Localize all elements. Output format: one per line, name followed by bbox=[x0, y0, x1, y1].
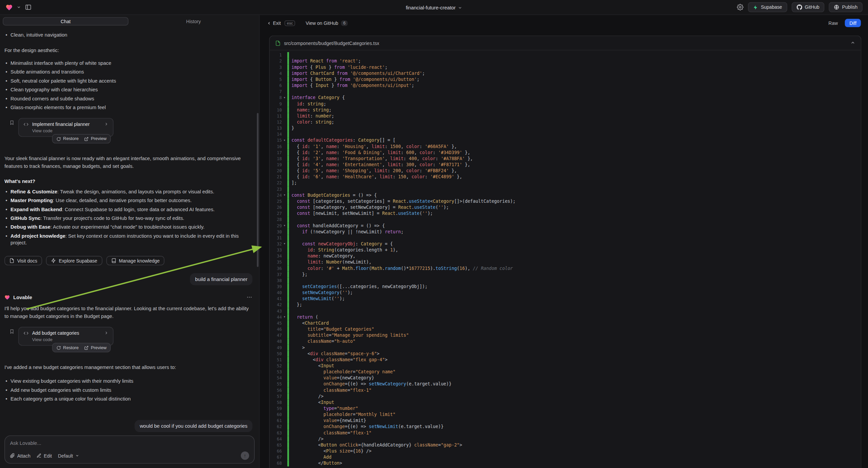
fold-chevron-icon[interactable]: ▾ bbox=[282, 314, 287, 320]
fold-chevron-icon[interactable] bbox=[282, 454, 287, 460]
fold-chevron-icon[interactable] bbox=[282, 101, 287, 107]
explore-supabase-button[interactable]: Explore Supabase bbox=[46, 256, 102, 265]
fold-chevron-icon[interactable] bbox=[282, 272, 287, 277]
fold-chevron-icon[interactable]: ▾ bbox=[282, 193, 287, 198]
view-code-label[interactable]: View code bbox=[32, 128, 109, 134]
fold-chevron-icon[interactable] bbox=[282, 284, 287, 290]
settings-button[interactable] bbox=[737, 4, 744, 11]
fold-chevron-icon[interactable] bbox=[282, 180, 287, 186]
fold-chevron-icon[interactable] bbox=[282, 302, 287, 308]
chat-message-list[interactable]: Clean, intuitive navigation For the desi… bbox=[0, 27, 259, 432]
fold-chevron-icon[interactable] bbox=[282, 442, 287, 448]
github-button[interactable]: GitHub bbox=[792, 2, 825, 12]
fold-chevron-icon[interactable] bbox=[282, 83, 287, 89]
fold-chevron-icon[interactable] bbox=[282, 296, 287, 302]
diff-button[interactable]: Diff bbox=[845, 19, 861, 27]
fold-chevron-icon[interactable] bbox=[282, 162, 287, 168]
fold-chevron-icon[interactable] bbox=[282, 448, 287, 454]
fold-chevron-icon[interactable] bbox=[282, 186, 287, 192]
fold-chevron-icon[interactable] bbox=[282, 174, 287, 180]
restore-button[interactable]: Restore bbox=[56, 345, 79, 350]
fold-chevron-icon[interactable] bbox=[282, 400, 287, 406]
fold-chevron-icon[interactable] bbox=[282, 326, 287, 332]
fold-chevron-icon[interactable]: ▾ bbox=[282, 223, 287, 229]
tab-history[interactable]: History bbox=[130, 17, 256, 26]
fold-chevron-icon[interactable] bbox=[282, 290, 287, 296]
fold-chevron-icon[interactable] bbox=[282, 387, 287, 393]
fold-chevron-icon[interactable] bbox=[282, 253, 287, 259]
fold-chevron-icon[interactable] bbox=[282, 198, 287, 204]
fold-chevron-icon[interactable]: ▾ bbox=[282, 241, 287, 247]
fold-chevron-icon[interactable] bbox=[282, 363, 287, 369]
fold-chevron-icon[interactable] bbox=[282, 77, 287, 83]
restore-button[interactable]: Restore bbox=[56, 136, 79, 141]
fold-chevron-icon[interactable] bbox=[282, 265, 287, 271]
tab-chat[interactable]: Chat bbox=[3, 17, 128, 26]
fold-chevron-icon[interactable] bbox=[282, 430, 287, 436]
fold-chevron-icon[interactable] bbox=[282, 89, 287, 95]
fold-chevron-icon[interactable] bbox=[282, 357, 287, 363]
fold-chevron-icon[interactable] bbox=[282, 412, 287, 418]
fold-chevron-icon[interactable] bbox=[282, 332, 287, 339]
fold-chevron-icon[interactable] bbox=[282, 393, 287, 400]
fold-chevron-icon[interactable] bbox=[282, 216, 287, 223]
fold-chevron-icon[interactable] bbox=[282, 156, 287, 162]
lovable-logo[interactable] bbox=[6, 4, 13, 11]
bookmark-icon[interactable] bbox=[9, 328, 14, 334]
fold-chevron-icon[interactable] bbox=[282, 381, 287, 387]
fold-chevron-icon[interactable] bbox=[282, 210, 287, 216]
fold-chevron-icon[interactable] bbox=[282, 339, 287, 345]
file-header[interactable]: src/components/budget/BudgetCategories.t… bbox=[270, 36, 861, 50]
fold-chevron-icon[interactable] bbox=[282, 436, 287, 442]
fold-chevron-icon[interactable]: ▾ bbox=[282, 95, 287, 101]
fold-chevron-icon[interactable] bbox=[282, 150, 287, 156]
fold-chevron-icon[interactable] bbox=[282, 119, 287, 125]
publish-button[interactable]: Publish bbox=[829, 2, 862, 12]
fold-chevron-icon[interactable] bbox=[282, 131, 287, 137]
fold-chevron-icon[interactable] bbox=[282, 58, 287, 64]
collapse-file-button[interactable] bbox=[850, 40, 855, 45]
message-menu-button[interactable] bbox=[246, 294, 252, 300]
visit-docs-button[interactable]: Visit docs bbox=[4, 256, 42, 265]
fold-chevron-icon[interactable]: ▾ bbox=[282, 137, 287, 143]
fold-chevron-icon[interactable] bbox=[282, 320, 287, 326]
bookmark-icon[interactable] bbox=[9, 119, 14, 125]
fold-chevron-icon[interactable] bbox=[282, 113, 287, 119]
fold-chevron-icon[interactable] bbox=[282, 424, 287, 430]
fold-chevron-icon[interactable] bbox=[282, 235, 287, 241]
fold-chevron-icon[interactable] bbox=[282, 369, 287, 375]
fold-chevron-icon[interactable] bbox=[282, 247, 287, 253]
manage-knowledge-button[interactable]: Manage knowledge bbox=[106, 256, 164, 265]
sidebar-toggle-button[interactable] bbox=[25, 4, 32, 11]
attach-button[interactable]: Attach bbox=[10, 453, 31, 459]
edit-button[interactable]: Edit bbox=[37, 453, 52, 459]
fold-chevron-icon[interactable] bbox=[282, 143, 287, 149]
fold-chevron-icon[interactable] bbox=[282, 125, 287, 131]
chat-scrollbar-thumb[interactable] bbox=[257, 113, 258, 267]
fold-chevron-icon[interactable] bbox=[282, 52, 287, 58]
send-button[interactable]: ↑ bbox=[241, 451, 249, 460]
fold-chevron-icon[interactable] bbox=[282, 418, 287, 424]
preview-button[interactable]: Preview bbox=[84, 136, 107, 141]
fold-chevron-icon[interactable] bbox=[282, 277, 287, 284]
fold-chevron-icon[interactable] bbox=[282, 351, 287, 356]
raw-button[interactable]: Raw bbox=[825, 19, 841, 27]
fold-chevron-icon[interactable] bbox=[282, 229, 287, 235]
fold-chevron-icon[interactable] bbox=[282, 345, 287, 351]
fold-chevron-icon[interactable] bbox=[282, 107, 287, 113]
fold-chevron-icon[interactable] bbox=[282, 168, 287, 174]
logo-menu-chevron[interactable] bbox=[17, 5, 21, 9]
supabase-button[interactable]: Supabase bbox=[748, 2, 787, 12]
fold-chevron-icon[interactable] bbox=[282, 460, 287, 466]
fold-chevron-icon[interactable] bbox=[282, 64, 287, 70]
fold-chevron-icon[interactable] bbox=[282, 259, 287, 265]
project-switcher[interactable]: financial-future-creator bbox=[406, 0, 462, 15]
fold-chevron-icon[interactable] bbox=[282, 308, 287, 314]
exit-button[interactable]: Exit bbox=[267, 20, 281, 26]
view-on-github-link[interactable]: View on GitHub 6 bbox=[306, 20, 348, 26]
view-code-label[interactable]: View code bbox=[32, 338, 109, 343]
fold-chevron-icon[interactable] bbox=[282, 204, 287, 210]
fold-chevron-icon[interactable] bbox=[282, 70, 287, 77]
fold-chevron-icon[interactable] bbox=[282, 375, 287, 381]
chat-input[interactable]: Ask Lovable... bbox=[10, 440, 249, 446]
